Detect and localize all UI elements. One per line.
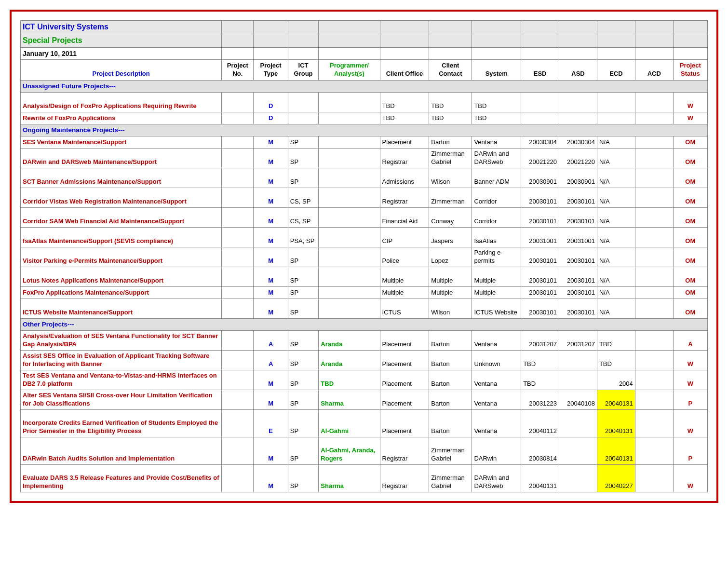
header-asd: ASD	[559, 59, 597, 80]
cell-system: Ventana	[472, 370, 521, 390]
cell-ptype: D	[254, 92, 288, 112]
cell-prog	[319, 299, 380, 318]
cell-desc: Incorporate Credits Earned Verification …	[21, 409, 222, 437]
cell-ptype: M	[254, 207, 288, 227]
cell-ecd: N/A	[597, 207, 635, 227]
cell-acd	[635, 148, 673, 168]
cell-desc: Assist SES Office in Evaluation of Appli…	[21, 350, 222, 370]
cell-status: OM	[673, 188, 707, 207]
cell-desc: DARwin Batch Audits Solution and Impleme…	[21, 437, 222, 464]
cell-prog	[319, 286, 380, 299]
cell-projno	[222, 409, 254, 437]
cell-group: SP	[288, 299, 319, 318]
cell-ecd: 20040227	[597, 464, 635, 492]
cell-esd: 20031207	[521, 330, 559, 350]
cell-ecd: N/A	[597, 188, 635, 207]
cell-contact: Zimmerman Gabriel	[429, 464, 472, 492]
cell-esd: 20040112	[521, 409, 559, 437]
cell-group: SP	[288, 464, 319, 492]
header-acd: ACD	[635, 59, 673, 80]
cell-esd: 20030101	[521, 286, 559, 299]
cell-desc: Test SES Ventana and Ventana-to-Vistas-a…	[21, 370, 222, 390]
cell-prog: Sharma	[319, 464, 380, 492]
cell-acd	[635, 136, 673, 148]
table-row: Test SES Ventana and Ventana-to-Vistas-a…	[21, 370, 708, 390]
table-row: Analysis/Evaluation of SES Ventana Funct…	[21, 330, 708, 350]
cell-group	[288, 92, 319, 112]
table-row: SES Ventana Maintenance/SupportMSPPlacem…	[21, 136, 708, 148]
cell-prog: TBD	[319, 370, 380, 390]
cell-ptype: A	[254, 330, 288, 350]
cell-contact: Zimmerman	[429, 188, 472, 207]
header-system: System	[472, 59, 521, 80]
cell-office: Financial Aid	[380, 207, 429, 227]
cell-status: OM	[673, 267, 707, 286]
cell-group: SP	[288, 247, 319, 267]
cell-ecd: TBD	[597, 350, 635, 370]
cell-system: TBD	[472, 112, 521, 124]
table-row: Corridor Vistas Web Registration Mainten…	[21, 188, 708, 207]
cell-status: W	[673, 112, 707, 124]
cell-office: ICTUS	[380, 299, 429, 318]
cell-ptype: M	[254, 136, 288, 148]
cell-projno	[222, 437, 254, 464]
cell-office: Registrar	[380, 437, 429, 464]
cell-desc: FoxPro Applications Maintenance/Support	[21, 286, 222, 299]
cell-acd	[635, 350, 673, 370]
cell-status: OM	[673, 148, 707, 168]
cell-projno	[222, 112, 254, 124]
report-date: January 10, 2011	[21, 47, 222, 59]
cell-ecd: 20040131	[597, 437, 635, 464]
header-esd: ESD	[521, 59, 559, 80]
cell-system: Ventana	[472, 390, 521, 409]
cell-prog	[319, 92, 380, 112]
table-row: Alter SES Ventana SI/SII Cross-over Hour…	[21, 390, 708, 409]
cell-group: CS, SP	[288, 207, 319, 227]
header-prog: Programmer/ Analyst(s)	[319, 59, 380, 80]
cell-desc: Alter SES Ventana SI/SII Cross-over Hour…	[21, 390, 222, 409]
cell-asd	[559, 409, 597, 437]
cell-system: ICTUS Website	[472, 299, 521, 318]
cell-asd	[559, 437, 597, 464]
cell-acd	[635, 437, 673, 464]
cell-ecd: 20040131	[597, 409, 635, 437]
table-row: Incorporate Credits Earned Verification …	[21, 409, 708, 437]
table-row: FoxPro Applications Maintenance/SupportM…	[21, 286, 708, 299]
cell-ecd: 2004	[597, 370, 635, 390]
cell-ptype: M	[254, 247, 288, 267]
cell-acd	[635, 188, 673, 207]
cell-system: DARwin	[472, 437, 521, 464]
cell-system: Banner ADM	[472, 168, 521, 188]
cell-office: TBD	[380, 92, 429, 112]
cell-esd: 20031001	[521, 227, 559, 247]
cell-system: Corridor	[472, 188, 521, 207]
cell-status: A	[673, 330, 707, 350]
cell-group: SP	[288, 437, 319, 464]
cell-office: Registrar	[380, 464, 429, 492]
cell-office: Placement	[380, 350, 429, 370]
cell-group: SP	[288, 286, 319, 299]
cell-acd	[635, 168, 673, 188]
cell-contact: Wilson	[429, 299, 472, 318]
cell-prog: Al-Gahmi	[319, 409, 380, 437]
cell-acd	[635, 247, 673, 267]
cell-contact: Conway	[429, 207, 472, 227]
cell-esd: TBD	[521, 370, 559, 390]
cell-esd: TBD	[521, 350, 559, 370]
cell-prog	[319, 112, 380, 124]
cell-ptype: M	[254, 390, 288, 409]
cell-status: OM	[673, 207, 707, 227]
table-row: Corridor SAM Web Financial Aid Maintenan…	[21, 207, 708, 227]
cell-acd	[635, 299, 673, 318]
cell-desc: DARwin and DARSweb Maintenance/Support	[21, 148, 222, 168]
cell-ecd	[597, 112, 635, 124]
table-row: DARwin and DARSweb Maintenance/SupportMS…	[21, 148, 708, 168]
cell-desc: Lotus Notes Applications Maintenance/Sup…	[21, 267, 222, 286]
cell-prog	[319, 247, 380, 267]
cell-contact: Barton	[429, 390, 472, 409]
cell-system: DARwin and DARSweb	[472, 148, 521, 168]
cell-group: SP	[288, 136, 319, 148]
cell-status: P	[673, 390, 707, 409]
cell-group: SP	[288, 370, 319, 390]
report-subtitle: Special Projects	[21, 34, 222, 47]
